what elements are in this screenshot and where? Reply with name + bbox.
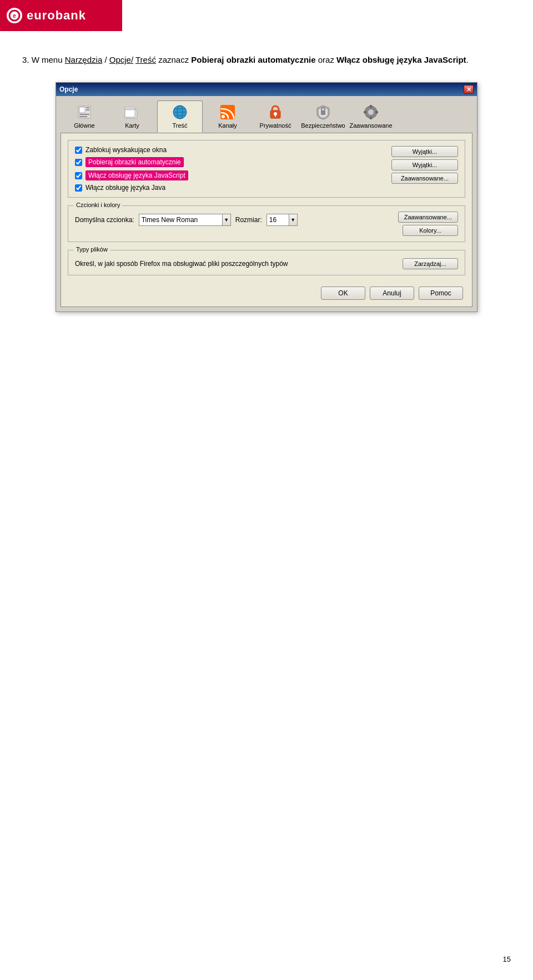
- page-number: 15: [503, 955, 511, 963]
- tab-karty[interactable]: Karty: [109, 100, 155, 133]
- size-select-input[interactable]: [266, 214, 289, 226]
- kanaly-icon: [219, 103, 237, 121]
- zarzadzaj-button[interactable]: Zarządzaj...: [403, 258, 458, 269]
- tab-bezpieczenstwo-label: Bezpieczeństwo: [301, 122, 345, 129]
- instruction-bold1: Pobieraj obrazki: [191, 55, 255, 64]
- tab-zaawansowane[interactable]: Zaawansowane: [348, 100, 394, 133]
- checkboxes-section: Zablokuj wyskakujące okna Pobieraj obraz…: [68, 140, 465, 198]
- svg-rect-29: [364, 111, 366, 113]
- size-select-wrapper: ▼: [266, 214, 298, 226]
- size-dropdown-arrow[interactable]: ▼: [289, 214, 298, 226]
- checkboxes-area: Zablokuj wyskakujące okna Pobieraj obraz…: [75, 146, 385, 192]
- wyjatki1-button[interactable]: Wyjątki...: [391, 146, 458, 157]
- fonts-section: Czcionki i kolory Domyślna czcionka: ▼ R…: [68, 205, 465, 242]
- dialog-body: Zablokuj wyskakujące okna Pobieraj obraz…: [61, 133, 472, 307]
- instruction-number: 3.: [22, 55, 29, 64]
- zaawansowane2-button[interactable]: Zaawansowane...: [398, 212, 458, 223]
- tab-tresc-label: Treść: [172, 122, 187, 129]
- filetypes-section-title: Typy plików: [74, 246, 110, 253]
- font-row: Domyślna czcionka: ▼ Rozmiar: ▼: [75, 214, 298, 226]
- svg-point-18: [222, 115, 225, 118]
- wyjatki2-button[interactable]: Wyjątki...: [391, 159, 458, 170]
- checkbox-row-images: Pobieraj obrazki automatycznie: [75, 157, 385, 167]
- checkbox-javascript[interactable]: [75, 172, 82, 179]
- instruction-zaznacz: zaznacz: [156, 55, 191, 64]
- options-dialog: Opcje ✕ Główne: [56, 82, 477, 312]
- tab-prywatnosc[interactable]: Prywatność: [253, 100, 298, 133]
- tab-karty-label: Karty: [125, 122, 139, 129]
- svg-text:e: e: [13, 13, 16, 19]
- titlebar: Opcje ✕: [56, 83, 477, 96]
- bezpieczenstwo-icon: [314, 103, 332, 121]
- instruction-opcje: Opcje/: [109, 55, 133, 64]
- size-label: Rozmiar:: [235, 216, 262, 224]
- instruction-text: 3. W menu Narzędzia / Opcje/ Treść zazna…: [22, 53, 511, 67]
- checkbox-row-java: Włącz obsługę języka Java: [75, 184, 385, 192]
- tab-glowne-label: Główne: [74, 122, 94, 129]
- fonts-section-title: Czcionki i kolory: [74, 202, 122, 208]
- zaawansowane1-button[interactable]: Zaawansowane...: [391, 173, 458, 184]
- checkbox-row-javascript: Włącz obsługę języka JavaScript: [75, 170, 385, 180]
- tab-bar: Główne Karty: [56, 96, 477, 133]
- tab-kanaly-label: Kanały: [218, 122, 237, 129]
- font-left: Domyślna czcionka: ▼ Rozmiar: ▼: [75, 212, 298, 230]
- checkbox-javascript-label: Włącz obsługę języka JavaScript: [86, 170, 188, 180]
- svg-rect-8: [79, 116, 87, 117]
- svg-rect-11: [125, 108, 135, 110]
- tab-glowne[interactable]: Główne: [62, 100, 107, 133]
- svg-rect-30: [375, 111, 378, 113]
- font-select-wrapper: ▼: [139, 214, 231, 226]
- filetypes-row: Określ, w jaki sposób Firefox ma obsługi…: [75, 258, 458, 269]
- svg-rect-27: [370, 105, 372, 108]
- checkbox-row-popup: Zablokuj wyskakujące okna: [75, 146, 385, 154]
- checkboxes-with-buttons: Zablokuj wyskakujące okna Pobieraj obraz…: [75, 146, 458, 192]
- tab-kanaly[interactable]: Kanały: [205, 100, 250, 133]
- instruction-w-menu: W menu: [32, 55, 65, 64]
- svg-rect-22: [275, 114, 276, 117]
- svg-rect-4: [79, 107, 85, 113]
- checkbox-images-label: Pobieraj obrazki automatycznie: [86, 157, 184, 167]
- instruction-bold2: automatycznie: [258, 55, 315, 64]
- pomoc-button[interactable]: Pomoc: [419, 287, 463, 300]
- ok-button[interactable]: OK: [321, 287, 365, 300]
- glowne-icon: [76, 103, 93, 121]
- font-dropdown-arrow[interactable]: ▼: [222, 214, 231, 226]
- filetypes-description: Określ, w jaki sposób Firefox ma obsługi…: [75, 260, 288, 268]
- checkbox-popup[interactable]: [75, 147, 82, 154]
- svg-rect-28: [370, 117, 372, 119]
- logo-circle: e: [7, 8, 22, 23]
- instruction-narzedzia: Narzędzia: [65, 55, 103, 64]
- default-font-label: Domyślna czcionka:: [75, 216, 134, 224]
- checkbox-images[interactable]: [75, 159, 82, 166]
- tab-bezpieczenstwo[interactable]: Bezpieczeństwo: [300, 100, 346, 133]
- instruction-period: .: [466, 55, 469, 64]
- svg-rect-7: [79, 114, 89, 115]
- side-buttons-area: Wyjątki... Wyjątki... Zaawansowane...: [391, 146, 458, 192]
- svg-rect-6: [86, 109, 89, 110]
- checkbox-java-label: Włącz obsługę języka Java: [86, 184, 165, 192]
- zaawansowane-icon: [362, 103, 380, 121]
- dialog-title: Opcje: [59, 86, 78, 93]
- checkbox-java[interactable]: [75, 184, 82, 192]
- instruction-bold3: Włącz obsługę języka JavaScript: [336, 55, 466, 64]
- content: 3. W menu Narzędzia / Opcje/ Treść zazna…: [0, 53, 533, 312]
- kolory-button[interactable]: Kolory...: [403, 225, 458, 236]
- instruction-slash1: /: [102, 55, 109, 64]
- font-select-input[interactable]: [139, 214, 222, 226]
- font-buttons-area: Zaawansowane... Kolory...: [398, 212, 458, 236]
- instruction-oraz: oraz: [316, 55, 337, 64]
- tresc-icon: [171, 103, 189, 121]
- svg-rect-5: [86, 107, 89, 108]
- anuluj-button[interactable]: Anuluj: [370, 287, 414, 300]
- svg-point-26: [368, 109, 374, 115]
- prywatnosc-icon: [266, 103, 284, 121]
- checkbox-popup-label: Zablokuj wyskakujące okna: [86, 146, 167, 154]
- header: e eurobank: [0, 0, 122, 31]
- filetypes-section: Typy plików Określ, w jaki sposób Firefo…: [68, 250, 465, 275]
- font-row-wrapper: Domyślna czcionka: ▼ Rozmiar: ▼: [75, 212, 458, 236]
- tab-zaawansowane-label: Zaawansowane: [349, 122, 392, 129]
- tab-tresc[interactable]: Treść: [157, 100, 203, 133]
- dialog-footer: OK Anuluj Pomoc: [68, 287, 465, 300]
- close-button[interactable]: ✕: [464, 85, 474, 94]
- karty-icon: [123, 103, 141, 121]
